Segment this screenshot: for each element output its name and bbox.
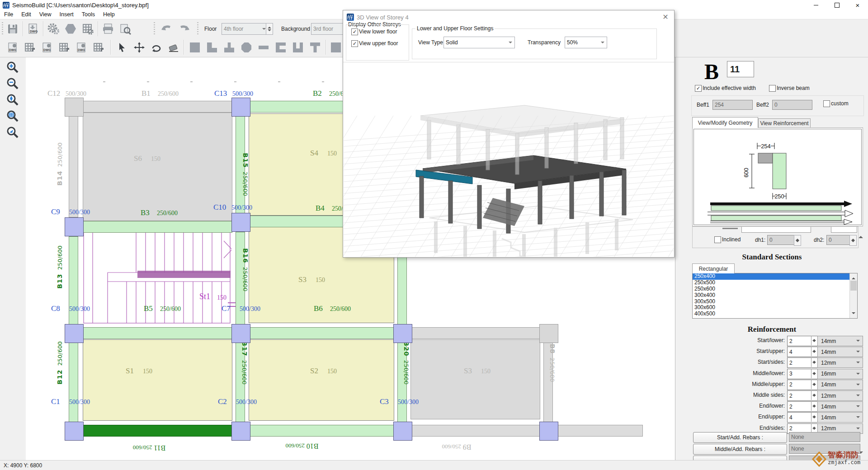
- rebar-count-7[interactable]: 4: [787, 412, 818, 423]
- dialog-close-icon[interactable]: ✕: [660, 13, 670, 22]
- maximize-button[interactable]: [826, 0, 847, 10]
- column-x[interactable]: [393, 324, 412, 343]
- zoom-out-button[interactable]: [5, 76, 21, 91]
- column-x[interactable]: [539, 422, 558, 441]
- rebar-diameter-3[interactable]: 16mm: [817, 369, 863, 379]
- beam-x[interactable]: [410, 327, 540, 339]
- rebar-count-2[interactable]: 2: [787, 357, 818, 368]
- section-option-300x500[interactable]: 300x500: [693, 299, 857, 305]
- beff2-input[interactable]: 0: [772, 100, 812, 110]
- rebar-count-3[interactable]: 3: [787, 369, 818, 379]
- column-C2[interactable]: [231, 422, 250, 441]
- rebar-diameter-6[interactable]: 14mm: [817, 401, 863, 412]
- spinner-buttons[interactable]: [811, 336, 817, 345]
- rebar-count-4[interactable]: 2: [787, 380, 818, 390]
- minimize-button[interactable]: [806, 0, 826, 10]
- node-cluster-button[interactable]: [90, 39, 107, 55]
- dwg-magnet-button[interactable]: [22, 39, 38, 55]
- rebar-diameter-1[interactable]: 14mm: [817, 347, 863, 357]
- rebar-diameter-7[interactable]: 14mm: [817, 412, 863, 423]
- beam-x[interactable]: [397, 257, 407, 325]
- redo-button[interactable]: [176, 21, 193, 37]
- column-C12[interactable]: [65, 98, 84, 117]
- spinner-buttons[interactable]: [811, 369, 817, 378]
- rebar-diameter-2[interactable]: 12mm: [817, 357, 863, 368]
- zoom-extents-button[interactable]: [5, 93, 21, 108]
- dh1-spinner[interactable]: [794, 235, 801, 246]
- floor-spinner[interactable]: [266, 23, 273, 35]
- menu-item-tools[interactable]: Tools: [78, 10, 99, 19]
- slab-S6[interactable]: [83, 113, 232, 221]
- custom-checkbox[interactable]: [823, 100, 830, 107]
- zoom-pan-button[interactable]: [5, 125, 21, 140]
- dh1-input[interactable]: 0: [767, 235, 796, 245]
- beam-B14[interactable]: [69, 116, 78, 217]
- save-button[interactable]: [5, 21, 21, 37]
- menu-item-file[interactable]: File: [0, 10, 17, 19]
- dwg-export-button[interactable]: DWG: [25, 21, 41, 37]
- dwg-view-button[interactable]: DWG: [5, 39, 21, 55]
- beam-number-input[interactable]: 11: [727, 61, 754, 77]
- beam-B1[interactable]: [83, 101, 232, 113]
- undo-button[interactable]: [158, 21, 175, 37]
- close-button[interactable]: ×: [847, 0, 868, 10]
- scroll-down-icon[interactable]: [852, 312, 855, 316]
- rebar-diameter-4[interactable]: 14mm: [817, 380, 863, 390]
- column-C10[interactable]: [231, 213, 250, 232]
- dh2-spinner[interactable]: [849, 235, 857, 246]
- section-option-250x500[interactable]: 250x500: [693, 280, 857, 286]
- section-option-400x500[interactable]: 400x500: [693, 311, 857, 317]
- inverse-beam-checkbox[interactable]: [769, 85, 776, 92]
- column-C8[interactable]: [65, 324, 84, 343]
- grid-settings-button[interactable]: [80, 21, 96, 37]
- include-effective-width-checkbox[interactable]: ✓: [695, 85, 702, 92]
- tab-view-reinforcement[interactable]: View Reinforcement: [758, 118, 811, 128]
- column-C9[interactable]: [65, 217, 84, 236]
- column-C1[interactable]: [65, 422, 84, 441]
- standard-sections-list[interactable]: 250x400250x500250x600300x400300x500300x6…: [692, 273, 858, 319]
- beam-B5[interactable]: [83, 327, 232, 339]
- menu-item-insert[interactable]: Insert: [56, 10, 78, 19]
- section-option-250x600[interactable]: 250x600: [693, 286, 857, 292]
- menu-item-help[interactable]: Help: [99, 10, 119, 19]
- spinner-buttons[interactable]: [811, 347, 817, 356]
- view-type-select[interactable]: Solid: [443, 37, 515, 48]
- spinner-buttons[interactable]: [811, 390, 817, 400]
- middle-add-rebars-button[interactable]: Middle/Add. Rebars :: [693, 444, 787, 455]
- section-shape-c-shape-button[interactable]: [273, 40, 288, 55]
- transparency-select[interactable]: 50%: [565, 37, 607, 48]
- beff1-input[interactable]: 254: [712, 100, 753, 110]
- section-shape-tee-button[interactable]: [307, 40, 323, 55]
- view-lower-floor-checkbox[interactable]: ✓: [351, 28, 358, 35]
- spinner-buttons[interactable]: [811, 357, 817, 367]
- rebar-count-0[interactable]: 2: [787, 336, 818, 346]
- select-arrow-tool-button[interactable]: [114, 39, 130, 55]
- section-shape-rect-button[interactable]: [187, 40, 203, 55]
- spinner-buttons[interactable]: [811, 401, 817, 411]
- slab-S3[interactable]: [410, 339, 540, 419]
- rotate-tool-button[interactable]: [148, 39, 165, 55]
- beam-B3[interactable]: [83, 221, 232, 233]
- menu-item-edit[interactable]: Edit: [17, 10, 35, 19]
- section-shape-rect2-button[interactable]: [328, 40, 344, 55]
- stairwell[interactable]: [83, 231, 231, 324]
- move-tool-button[interactable]: [131, 39, 147, 55]
- slab-S2[interactable]: [249, 339, 394, 421]
- tab-view-modify-geometry[interactable]: View/Modify Geometry: [692, 117, 758, 128]
- eraser-tool-button[interactable]: [165, 39, 182, 55]
- menu-item-view[interactable]: View: [35, 10, 56, 19]
- column-x[interactable]: [539, 324, 558, 343]
- inclined-checkbox[interactable]: [714, 236, 721, 243]
- section-option-250x400[interactable]: 250x400: [693, 273, 857, 280]
- start-add-rebars-button[interactable]: Start/Add. Rebars :: [693, 432, 787, 443]
- 3d-viewport[interactable]: [344, 62, 674, 257]
- spinner-buttons[interactable]: [811, 412, 817, 422]
- beam-B9[interactable]: [410, 425, 540, 437]
- slab-S1[interactable]: [83, 339, 232, 421]
- beam-B10[interactable]: [250, 425, 394, 437]
- zoom-window-button[interactable]: [5, 109, 21, 124]
- grid-table-magnet-button[interactable]: DWG: [73, 39, 90, 55]
- rebar-count-5[interactable]: 2: [787, 390, 818, 401]
- settings-gears-button[interactable]: [45, 21, 61, 37]
- section-option-300x400[interactable]: 300x400: [693, 292, 857, 299]
